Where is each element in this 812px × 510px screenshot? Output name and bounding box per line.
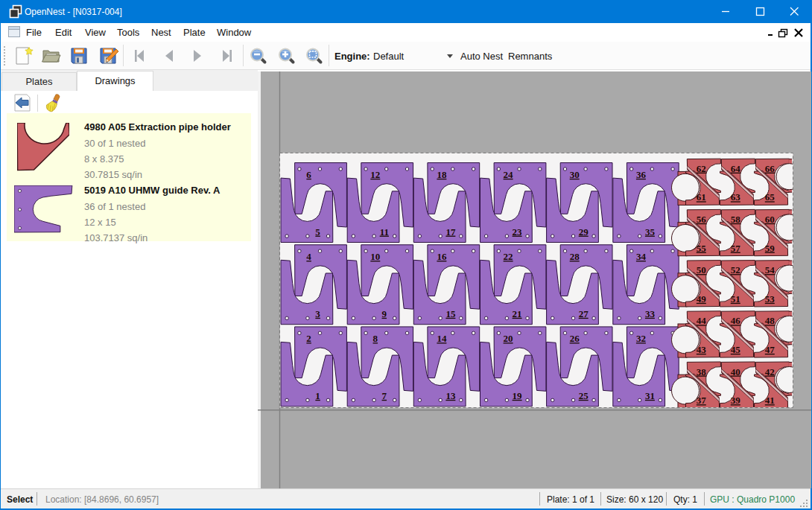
svg-text:40: 40 [731, 366, 740, 377]
svg-text:51: 51 [731, 293, 740, 305]
svg-text:18: 18 [437, 169, 447, 180]
svg-text:38: 38 [697, 366, 707, 377]
svg-text:27: 27 [579, 308, 589, 319]
svg-text:47: 47 [765, 344, 775, 355]
svg-text:21: 21 [513, 308, 522, 319]
svg-text:55: 55 [697, 243, 707, 254]
svg-text:61: 61 [697, 191, 706, 203]
svg-text:60: 60 [765, 214, 775, 225]
svg-text:45: 45 [731, 344, 741, 355]
svg-text:29: 29 [579, 226, 589, 238]
svg-text:39: 39 [731, 395, 741, 406]
svg-text:49: 49 [697, 293, 707, 305]
svg-text:32: 32 [636, 333, 646, 344]
svg-text:63: 63 [731, 191, 741, 203]
svg-text:22: 22 [504, 251, 513, 262]
svg-text:52: 52 [731, 264, 740, 275]
svg-text:42: 42 [765, 366, 775, 377]
svg-text:8: 8 [373, 333, 378, 344]
svg-text:2: 2 [306, 333, 311, 344]
svg-text:41: 41 [765, 395, 775, 406]
svg-text:24: 24 [504, 169, 514, 180]
svg-text:20: 20 [504, 333, 513, 344]
svg-text:10: 10 [370, 251, 380, 262]
svg-text:65: 65 [765, 191, 775, 203]
svg-text:16: 16 [437, 251, 447, 262]
svg-text:37: 37 [697, 395, 707, 406]
svg-text:28: 28 [570, 251, 580, 262]
svg-text:9: 9 [382, 308, 387, 319]
svg-text:54: 54 [765, 264, 775, 275]
svg-text:3: 3 [315, 308, 320, 319]
svg-text:30: 30 [570, 169, 580, 180]
svg-text:13: 13 [445, 390, 456, 401]
svg-text:14: 14 [437, 333, 447, 344]
svg-text:23: 23 [513, 226, 523, 238]
svg-text:35: 35 [645, 226, 656, 238]
svg-text:43: 43 [697, 344, 707, 355]
svg-text:33: 33 [645, 308, 656, 319]
svg-text:5: 5 [315, 226, 320, 238]
svg-text:64: 64 [731, 163, 741, 174]
svg-text:66: 66 [765, 163, 775, 174]
svg-text:57: 57 [731, 243, 741, 254]
svg-text:19: 19 [513, 390, 523, 401]
svg-text:58: 58 [731, 214, 741, 225]
svg-text:4: 4 [306, 251, 311, 262]
svg-text:12: 12 [370, 169, 380, 180]
svg-text:25: 25 [579, 390, 589, 401]
svg-text:48: 48 [765, 315, 775, 326]
svg-text:53: 53 [765, 293, 775, 305]
svg-text:62: 62 [697, 163, 706, 174]
svg-text:36: 36 [636, 169, 647, 180]
svg-text:44: 44 [697, 315, 707, 326]
svg-text:26: 26 [570, 333, 580, 344]
svg-text:31: 31 [645, 390, 655, 401]
svg-text:7: 7 [382, 390, 387, 401]
svg-text:46: 46 [731, 315, 741, 326]
svg-text:17: 17 [445, 226, 456, 238]
svg-text:6: 6 [306, 169, 311, 180]
svg-text:59: 59 [765, 243, 775, 254]
svg-text:50: 50 [697, 264, 706, 275]
svg-text:15: 15 [445, 308, 456, 319]
svg-text:1: 1 [315, 390, 320, 401]
svg-text:34: 34 [636, 251, 647, 262]
svg-text:56: 56 [697, 214, 707, 225]
svg-text:11: 11 [380, 226, 389, 238]
